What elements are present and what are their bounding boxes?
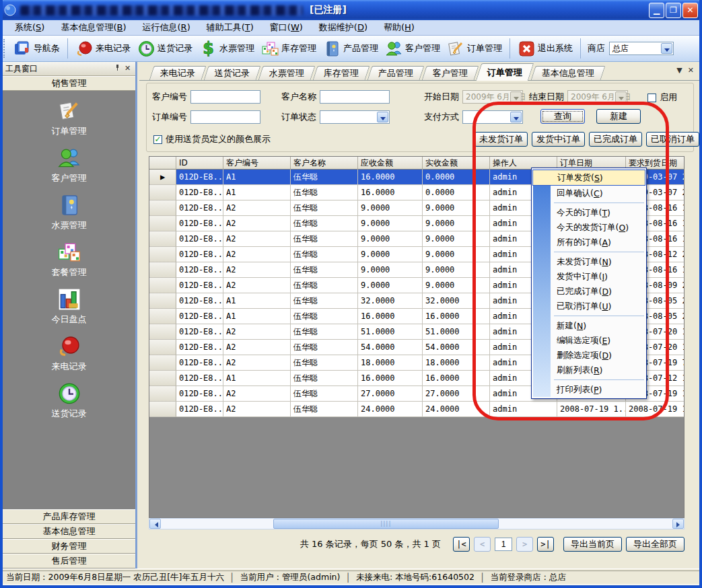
next-page-button[interactable]: > xyxy=(516,537,533,552)
row-selector-cell[interactable] xyxy=(149,200,176,216)
page-number-input[interactable] xyxy=(495,538,512,551)
column-header-customer_no[interactable]: 客户编号 xyxy=(223,157,291,170)
context-menu-item-9[interactable]: 已完成订单(D) xyxy=(532,284,645,299)
horizontal-scrollbar[interactable] xyxy=(149,518,685,529)
tab-客户管理[interactable]: 客户管理 xyxy=(422,66,479,80)
menu-item-2[interactable]: 运行信息(R) xyxy=(135,20,199,35)
menu-item-5[interactable]: 数据维护(D) xyxy=(311,20,376,35)
order-status-select[interactable] xyxy=(320,110,390,124)
context-menu-item-17[interactable]: 打印列表(P) xyxy=(532,382,645,397)
row-selector-cell[interactable] xyxy=(149,278,176,293)
row-selector-cell[interactable] xyxy=(149,262,176,278)
menu-item-4[interactable]: 窗口(W) xyxy=(262,20,311,35)
context-menu-item-13[interactable]: 编辑选定项(E) xyxy=(532,333,645,348)
status-filter-button-0[interactable]: 未发货订单 xyxy=(475,132,528,147)
row-selector-cell[interactable] xyxy=(149,309,176,324)
row-selector-cell[interactable] xyxy=(149,324,176,340)
row-selector-cell[interactable] xyxy=(149,231,176,247)
column-header-customer_name[interactable]: 客户名称 xyxy=(291,157,358,170)
context-menu-item-5[interactable]: 所有的订单(A) xyxy=(532,235,645,250)
sidebar-item-package-mgmt[interactable]: 套餐管理 xyxy=(52,240,87,279)
context-menu-item-4[interactable]: 今天的发货订单(O) xyxy=(532,220,645,235)
context-menu-item-10[interactable]: 已取消订单(U) xyxy=(532,299,645,314)
context-menu-item-8[interactable]: 发货中订单(I) xyxy=(532,269,645,284)
tab-送货记录[interactable]: 送货记录 xyxy=(204,66,261,80)
toolbar-button-orders[interactable]: 订单管理 xyxy=(444,38,505,60)
toolbar-button-products[interactable]: 产品管理 xyxy=(320,38,382,60)
pay-method-select[interactable] xyxy=(462,110,523,124)
status-filter-button-1[interactable]: 发货中订单 xyxy=(532,132,585,147)
tab-水票管理[interactable]: 水票管理 xyxy=(258,66,316,80)
table-row[interactable]: 012D-E8...A2伍华聪24.000024.0000admin2008-0… xyxy=(149,402,684,417)
first-page-button[interactable]: |< xyxy=(453,537,470,552)
start-date-picker[interactable]: 2009年 6月 8日 xyxy=(462,90,523,104)
chevron-down-icon[interactable] xyxy=(510,112,522,122)
context-menu-item-7[interactable]: 未发货订单(N) xyxy=(532,254,645,269)
customer-no-input[interactable] xyxy=(190,90,260,104)
sidebar-section-2[interactable]: 财务管理 xyxy=(3,539,135,554)
order-no-input[interactable] xyxy=(190,110,260,124)
sidebar-item-customer-mgmt[interactable]: 客户管理 xyxy=(52,146,87,184)
sidebar-item-delivery-records[interactable]: 送货记录 xyxy=(52,381,87,420)
status-filter-button-3[interactable]: 已取消订单 xyxy=(646,132,699,147)
column-header-id[interactable]: ID xyxy=(176,157,223,170)
chevron-down-icon[interactable] xyxy=(615,91,627,102)
toolbar-button-water-tickets[interactable]: $水票管理 xyxy=(196,38,258,60)
row-selector-cell[interactable] xyxy=(149,216,176,231)
end-date-picker[interactable]: 2009年 6月 8日 xyxy=(567,90,628,104)
tab-库存管理[interactable]: 库存管理 xyxy=(313,66,370,80)
scroll-left-icon[interactable] xyxy=(149,519,161,529)
toolbar-button-call-records[interactable]: 来电记录 xyxy=(72,38,134,60)
toolbar-button-delivery-records[interactable]: 送货记录 xyxy=(134,38,196,60)
tab-产品管理[interactable]: 产品管理 xyxy=(367,66,425,80)
minimize-button[interactable]: ▁ xyxy=(649,3,664,18)
toolbar-button-customers[interactable]: 客户管理 xyxy=(382,38,444,60)
sidebar-close-icon[interactable]: ✕ xyxy=(122,64,133,74)
sidebar-item-today-inventory[interactable]: 今日盘点 xyxy=(52,287,87,326)
export-current-page-button[interactable]: 导出当前页 xyxy=(563,537,622,552)
sidebar-section-sales[interactable]: 销售管理 xyxy=(3,76,135,91)
context-menu-item-15[interactable]: 刷新列表(R) xyxy=(532,363,645,377)
column-header-received[interactable]: 实收金额 xyxy=(423,157,490,170)
status-filter-button-2[interactable]: 已完成订单 xyxy=(589,132,642,147)
context-menu-item-0[interactable]: 订单发货(S) xyxy=(532,170,645,186)
chevron-down-icon[interactable] xyxy=(377,112,388,122)
tab-scroll-icon[interactable]: ▼ xyxy=(676,66,682,75)
close-button[interactable]: ✕ xyxy=(682,3,698,18)
scroll-right-icon[interactable] xyxy=(672,519,684,529)
sidebar-section-1[interactable]: 基本信息管理 xyxy=(3,524,135,539)
context-menu-item-12[interactable]: 新建(N) xyxy=(532,318,645,333)
row-selector-cell[interactable] xyxy=(149,185,176,200)
row-selector-cell[interactable] xyxy=(149,386,176,402)
sidebar-item-order-mgmt[interactable]: 订单管理 xyxy=(52,99,87,137)
toolbar-grip[interactable] xyxy=(3,39,7,58)
tab-close-icon[interactable]: ✕ xyxy=(688,66,694,75)
prev-page-button[interactable]: < xyxy=(474,537,491,552)
row-selector-cell[interactable]: ▶ xyxy=(149,170,176,185)
toolbar-button-inventory[interactable]: 库存管理 xyxy=(258,38,320,60)
tab-基本信息管理[interactable]: 基本信息管理 xyxy=(531,66,606,80)
new-button[interactable]: 新建 xyxy=(596,109,641,124)
sidebar-section-3[interactable]: 售后管理 xyxy=(3,554,135,568)
toolbar-button-navigator[interactable]: 导航条 xyxy=(10,38,63,60)
column-header-receivable[interactable]: 应收金额 xyxy=(358,157,423,170)
tab-来电记录[interactable]: 来电记录 xyxy=(149,66,207,80)
last-page-button[interactable]: >| xyxy=(537,537,554,552)
color-checkbox[interactable]: ✓ xyxy=(153,135,162,144)
sidebar-section-0[interactable]: 产品库存管理 xyxy=(3,509,135,524)
row-selector-cell[interactable] xyxy=(149,355,176,371)
row-selector-cell[interactable] xyxy=(149,371,176,386)
pin-icon[interactable] xyxy=(112,64,122,74)
export-all-pages-button[interactable]: 导出全部页 xyxy=(626,537,685,552)
menu-item-1[interactable]: 基本信息管理(B) xyxy=(52,20,134,35)
toolbar-button-exit[interactable]: 退出系统 xyxy=(514,38,576,60)
sidebar-item-water-ticket-mgmt[interactable]: 水票管理 xyxy=(52,193,87,231)
chevron-down-icon[interactable] xyxy=(661,43,672,54)
row-selector-cell[interactable] xyxy=(149,247,176,262)
context-menu-item-1[interactable]: 回单确认(C) xyxy=(532,186,645,200)
chevron-down-icon[interactable] xyxy=(510,91,522,102)
tab-订单管理[interactable]: 订单管理 xyxy=(476,63,534,81)
sidebar-item-call-records[interactable]: 来电记录 xyxy=(52,334,87,373)
menu-item-6[interactable]: 帮助(H) xyxy=(376,20,423,35)
context-menu-item-14[interactable]: 删除选定项(D) xyxy=(532,348,645,363)
